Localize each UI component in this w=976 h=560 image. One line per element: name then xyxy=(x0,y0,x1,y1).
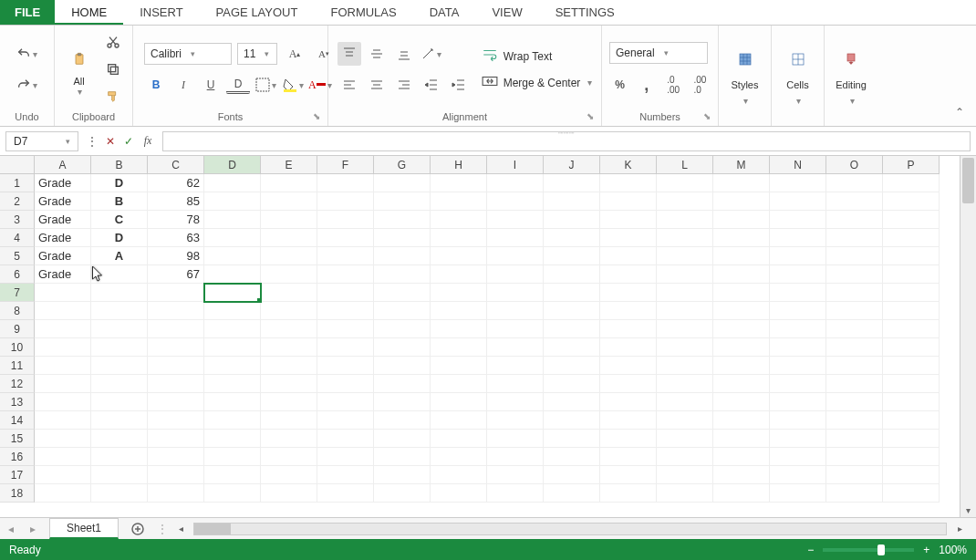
wrap-text-button[interactable]: Wrap Text xyxy=(482,47,593,66)
cell-B18[interactable] xyxy=(91,484,148,503)
cell-C17[interactable] xyxy=(148,466,204,484)
cell-C13[interactable] xyxy=(148,393,204,411)
cell-J9[interactable] xyxy=(544,320,600,338)
col-header-E[interactable]: E xyxy=(261,156,317,174)
cell-L7[interactable] xyxy=(657,284,713,302)
sheet-nav-prev[interactable]: ◂ xyxy=(0,523,22,535)
cell-G4[interactable] xyxy=(374,229,431,247)
cell-G10[interactable] xyxy=(374,338,431,357)
cell-M6[interactable] xyxy=(713,265,770,284)
cell-I8[interactable] xyxy=(487,302,544,320)
cell-C3[interactable]: 78 xyxy=(148,211,204,229)
row-header-13[interactable]: 13 xyxy=(0,393,35,411)
cell-O11[interactable] xyxy=(826,357,883,375)
cell-A11[interactable] xyxy=(35,357,91,375)
col-header-L[interactable]: L xyxy=(657,156,713,174)
align-left-button[interactable] xyxy=(337,73,361,97)
cell-L15[interactable] xyxy=(657,430,713,448)
formula-bar[interactable]: ┈┈┈ xyxy=(162,131,971,151)
cell-B15[interactable] xyxy=(91,430,148,448)
copy-button[interactable] xyxy=(101,57,125,81)
cell-J1[interactable] xyxy=(544,174,600,192)
styles-button[interactable] xyxy=(731,45,760,74)
col-header-C[interactable]: C xyxy=(148,156,204,174)
cell-J13[interactable] xyxy=(544,393,600,411)
scroll-down-button[interactable]: ▾ xyxy=(960,503,976,518)
cell-N3[interactable] xyxy=(770,211,826,229)
cell-I17[interactable] xyxy=(487,466,544,484)
name-box[interactable]: D7▾ xyxy=(5,131,78,151)
cell-E14[interactable] xyxy=(261,411,317,430)
cell-H6[interactable] xyxy=(431,265,487,284)
cell-A10[interactable] xyxy=(35,338,91,357)
tab-view[interactable]: VIEW xyxy=(475,0,538,25)
cell-A2[interactable]: Grade xyxy=(35,192,91,211)
cell-L8[interactable] xyxy=(657,302,713,320)
double-underline-button[interactable]: D xyxy=(226,76,250,94)
cell-M17[interactable] xyxy=(713,466,770,484)
row-header-2[interactable]: 2 xyxy=(0,192,35,211)
cell-E16[interactable] xyxy=(261,448,317,466)
row-header-15[interactable]: 15 xyxy=(0,430,35,448)
merge-center-button[interactable]: Merge & Center ▾ xyxy=(482,73,593,92)
cell-H14[interactable] xyxy=(431,411,487,430)
cell-G12[interactable] xyxy=(374,375,431,393)
cell-N7[interactable] xyxy=(770,284,826,302)
cell-M8[interactable] xyxy=(713,302,770,320)
increase-decimal-button[interactable]: .0.00 xyxy=(663,73,684,97)
cell-E12[interactable] xyxy=(261,375,317,393)
row-header-5[interactable]: 5 xyxy=(0,247,35,265)
cell-L4[interactable] xyxy=(657,229,713,247)
cell-E11[interactable] xyxy=(261,357,317,375)
cell-L13[interactable] xyxy=(657,393,713,411)
decrease-decimal-button[interactable]: .00.0 xyxy=(690,73,711,97)
row-header-3[interactable]: 3 xyxy=(0,211,35,229)
cell-H1[interactable] xyxy=(431,174,487,192)
row-header-14[interactable]: 14 xyxy=(0,411,35,430)
cell-J10[interactable] xyxy=(544,338,600,357)
cell-F1[interactable] xyxy=(317,174,374,192)
cell-M2[interactable] xyxy=(713,192,770,211)
cell-P16[interactable] xyxy=(883,448,940,466)
align-middle-button[interactable] xyxy=(365,42,389,66)
collapse-ribbon-button[interactable]: ⌃ xyxy=(943,26,976,126)
cell-L11[interactable] xyxy=(657,357,713,375)
tab-splitter[interactable]: ⋮ xyxy=(157,523,168,535)
cell-E17[interactable] xyxy=(261,466,317,484)
cell-I11[interactable] xyxy=(487,357,544,375)
row-header-4[interactable]: 4 xyxy=(0,229,35,247)
cell-O2[interactable] xyxy=(826,192,883,211)
cell-A14[interactable] xyxy=(35,411,91,430)
numbers-dialog-launcher[interactable]: ⬊ xyxy=(703,111,714,122)
cell-C1[interactable]: 62 xyxy=(148,174,204,192)
cell-I18[interactable] xyxy=(487,484,544,503)
cells-button[interactable] xyxy=(784,45,813,74)
select-all-button[interactable] xyxy=(0,156,35,174)
cell-N14[interactable] xyxy=(770,411,826,430)
col-header-I[interactable]: I xyxy=(487,156,544,174)
cell-H18[interactable] xyxy=(431,484,487,503)
cell-D18[interactable] xyxy=(204,484,261,503)
cell-M4[interactable] xyxy=(713,229,770,247)
cell-B10[interactable] xyxy=(91,338,148,357)
cell-B6[interactable] xyxy=(91,265,148,284)
cell-L16[interactable] xyxy=(657,448,713,466)
cell-H7[interactable] xyxy=(431,284,487,302)
cell-A18[interactable] xyxy=(35,484,91,503)
cell-I15[interactable] xyxy=(487,430,544,448)
cell-F3[interactable] xyxy=(317,211,374,229)
cell-I10[interactable] xyxy=(487,338,544,357)
formula-expand-button[interactable]: ⋮ xyxy=(84,130,100,153)
cell-K4[interactable] xyxy=(600,229,657,247)
cell-E5[interactable] xyxy=(261,247,317,265)
cell-F2[interactable] xyxy=(317,192,374,211)
cell-E8[interactable] xyxy=(261,302,317,320)
cell-K3[interactable] xyxy=(600,211,657,229)
col-header-P[interactable]: P xyxy=(883,156,940,174)
sheet-tab-1[interactable]: Sheet1 xyxy=(49,518,119,539)
cell-O10[interactable] xyxy=(826,338,883,357)
row-header-17[interactable]: 17 xyxy=(0,466,35,484)
cell-P8[interactable] xyxy=(883,302,940,320)
cell-O18[interactable] xyxy=(826,484,883,503)
cell-L2[interactable] xyxy=(657,192,713,211)
